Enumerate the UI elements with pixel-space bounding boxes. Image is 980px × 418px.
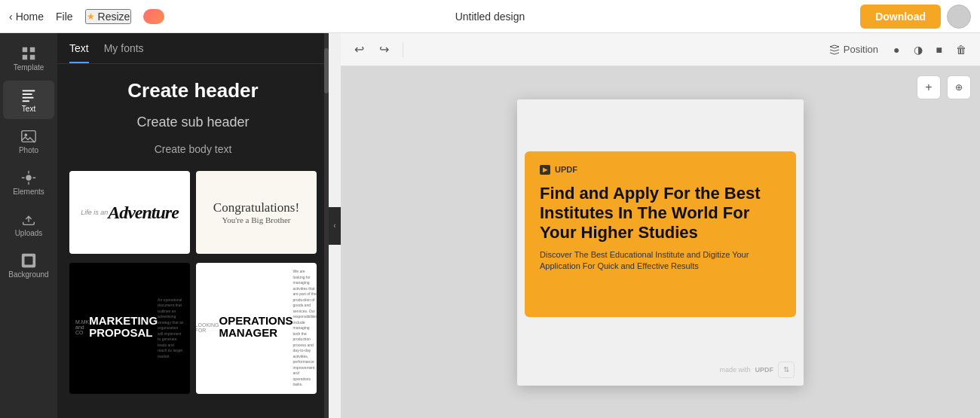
position-label: Position: [844, 44, 878, 55]
congrats-sub-text: You're a Big Brother: [222, 215, 291, 224]
fill-color-button[interactable]: ●: [889, 41, 904, 59]
svg-point-10: [26, 175, 31, 180]
svg-rect-2: [23, 55, 27, 59]
sidebar-item-uploads[interactable]: Uploads: [3, 205, 54, 243]
sidebar-item-background[interactable]: Background: [3, 246, 54, 285]
create-header-option[interactable]: Create header: [69, 76, 317, 105]
svg-point-9: [25, 133, 28, 136]
svg-rect-1: [30, 47, 35, 52]
avatar[interactable]: [947, 5, 971, 29]
template-adventure[interactable]: Life is an Adventure: [69, 171, 190, 254]
file-label: File: [56, 11, 73, 23]
position-button[interactable]: Position: [822, 41, 884, 59]
design-canvas[interactable]: ▶ UPDF Find and Apply For the Best Insti…: [517, 99, 804, 386]
tab-my-fonts[interactable]: My fonts: [104, 42, 144, 63]
sidebar-item-text[interactable]: Text: [3, 81, 54, 119]
chevron-left-collapse-icon: ‹: [333, 221, 335, 230]
grid-icon: [20, 45, 37, 62]
canvas-viewport[interactable]: + ⊕ ▶ UPDF Find and Apply For the Best I…: [341, 66, 980, 418]
marketing-company: M.MK and CO: [75, 319, 89, 335]
sidebar-item-background-label: Background: [8, 270, 48, 279]
photo-icon: [20, 128, 37, 145]
svg-rect-0: [23, 47, 27, 52]
sidebar-item-text-label: Text: [22, 105, 35, 113]
svg-rect-4: [23, 90, 35, 92]
main-layout: Template Text Photo Elements Uploads Bac…: [0, 33, 980, 418]
svg-rect-3: [30, 55, 35, 59]
watermark-text: made with: [719, 366, 750, 374]
topbar: ‹ Home File ★ Resize Untitled design Dow…: [0, 0, 980, 33]
marketing-title: MARKETING PROPOSAL: [89, 315, 158, 340]
undo-button[interactable]: ↩: [350, 39, 369, 59]
panel-content: Create header Create sub header Create b…: [57, 64, 329, 418]
canvas-watermark: made with UPDF ⇅: [719, 362, 795, 378]
svg-rect-12: [25, 257, 33, 265]
redo-button[interactable]: ↪: [375, 39, 394, 59]
resize-label: Resize: [98, 11, 130, 23]
watermark-logo: UPDF: [755, 366, 774, 374]
sidebar-item-template[interactable]: Template: [3, 39, 54, 78]
home-button[interactable]: ‹ Home: [9, 11, 44, 23]
canvas-area: ↩ ↪ Position ● ◑ ■ 🗑 + ⊕: [341, 33, 980, 418]
duplicate-button[interactable]: ■: [932, 41, 947, 59]
yellow-card[interactable]: ▶ UPDF Find and Apply For the Best Insti…: [525, 151, 796, 317]
upload-icon: [20, 211, 37, 227]
sidebar-item-photo[interactable]: Photo: [3, 122, 54, 160]
topbar-right: Download: [658, 5, 971, 29]
topbar-left: ‹ Home File ★ Resize: [9, 9, 322, 24]
toolbar-right: Position ● ◑ ■ 🗑: [822, 41, 971, 59]
template-congratulations[interactable]: Congratulations! You're a Big Brother: [196, 171, 317, 254]
card-logo: ▶ UPDF: [540, 165, 781, 175]
home-label: Home: [16, 11, 44, 23]
create-body-option[interactable]: Create body text: [69, 139, 317, 159]
sidebar-item-photo-label: Photo: [19, 146, 38, 154]
toolbar-separator: [403, 42, 403, 57]
file-button[interactable]: File: [56, 11, 73, 23]
marketing-body: An operational document that outlines an…: [158, 297, 184, 360]
template-row-1: Life is an Adventure Congratulations! Yo…: [69, 171, 317, 254]
create-header-label: Create header: [127, 79, 258, 102]
canvas-controls: + ⊕: [917, 75, 971, 99]
watermark-remove-button[interactable]: ⇅: [778, 362, 795, 378]
create-subheader-option[interactable]: Create sub header: [69, 111, 317, 133]
chevron-left-icon: ‹: [9, 11, 13, 23]
panel-collapse-button[interactable]: ‹: [329, 207, 341, 245]
card-logo-text: UPDF: [555, 165, 577, 174]
resize-button[interactable]: ★ Resize: [85, 9, 132, 24]
cloud-icon: [143, 9, 164, 24]
border-button[interactable]: ◑: [909, 41, 927, 59]
operations-title: OPERATIONS MANAGER: [219, 315, 293, 340]
layers-icon: [828, 44, 841, 56]
add-page-button[interactable]: +: [917, 75, 941, 99]
operations-body: We are looking for managing activities t…: [293, 269, 317, 388]
panel-tabs: Text My fonts: [57, 33, 329, 64]
background-icon: [20, 252, 37, 269]
adventure-main-text: Adventure: [108, 203, 179, 223]
design-title: Untitled design: [455, 11, 525, 23]
topbar-center: Untitled design: [334, 11, 647, 23]
congrats-main-text: Congratulations!: [213, 200, 299, 215]
zoom-button[interactable]: ⊕: [947, 75, 971, 99]
template-marketing[interactable]: M.MK and CO MARKETING PROPOSAL An operat…: [69, 263, 190, 394]
scroll-thumb[interactable]: [324, 48, 329, 93]
icon-sidebar: Template Text Photo Elements Uploads Bac…: [0, 33, 57, 418]
svg-rect-6: [23, 97, 34, 99]
card-subtext: Discover The Best Educational Institute …: [540, 249, 781, 273]
delete-button[interactable]: 🗑: [951, 41, 971, 59]
create-body-label: Create body text: [155, 143, 232, 155]
canvas-content: ▶ UPDF Find and Apply For the Best Insti…: [517, 99, 804, 386]
tab-text[interactable]: Text: [69, 42, 89, 63]
sidebar-item-elements[interactable]: Elements: [3, 163, 54, 202]
operations-looking: LOOKING FOR: [196, 322, 219, 333]
template-row-2: M.MK and CO MARKETING PROPOSAL An operat…: [69, 263, 317, 394]
template-operations[interactable]: LOOKING FOR OPERATIONS MANAGER We are lo…: [196, 263, 317, 394]
sidebar-item-template-label: Template: [14, 63, 44, 72]
card-logo-box: ▶: [540, 165, 550, 175]
text-icon: [20, 87, 37, 103]
sidebar-item-uploads-label: Uploads: [15, 229, 43, 237]
download-button[interactable]: Download: [860, 5, 941, 29]
scrollbar[interactable]: [324, 33, 329, 418]
create-subheader-label: Create sub header: [136, 114, 249, 130]
canvas-toolbar: ↩ ↪ Position ● ◑ ■ 🗑: [341, 33, 980, 66]
svg-rect-7: [23, 100, 29, 102]
